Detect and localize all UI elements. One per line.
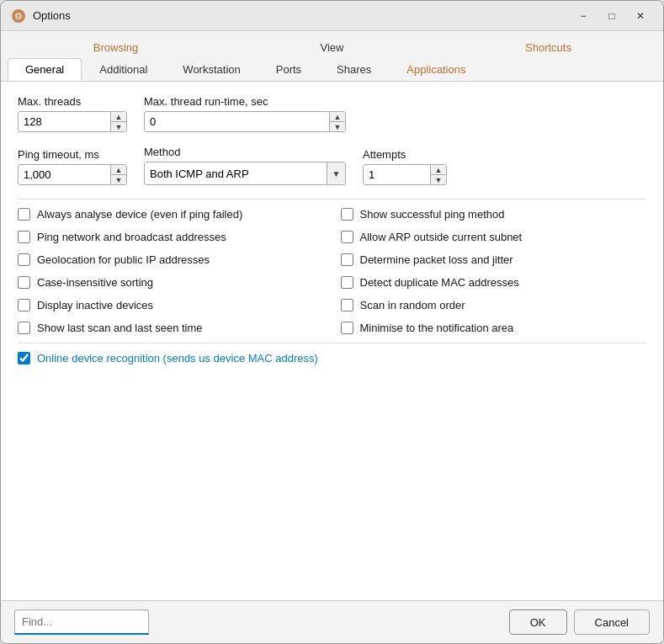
max-threads-input[interactable] bbox=[19, 112, 110, 131]
max-threads-down[interactable]: ▼ bbox=[111, 122, 126, 131]
ping-broadcast-label: Ping network and broadcast addresses bbox=[37, 231, 226, 243]
footer-buttons: OK Cancel bbox=[509, 609, 650, 635]
max-threads-up[interactable]: ▲ bbox=[111, 112, 126, 122]
checkbox-geolocation[interactable]: Geolocation for public IP addresses bbox=[18, 253, 324, 266]
attempts-input[interactable] bbox=[364, 165, 430, 184]
separator-2 bbox=[18, 343, 646, 343]
checkboxes-section: Always analyse device (even if ping fail… bbox=[18, 208, 646, 334]
checkbox-packet-loss[interactable]: Determine packet loss and jitter bbox=[341, 253, 647, 266]
close-button[interactable]: ✕ bbox=[628, 6, 653, 26]
find-input[interactable] bbox=[14, 609, 149, 635]
max-runtime-label: Max. thread run-time, sec bbox=[144, 95, 346, 108]
checkbox-minimise[interactable]: Minimise to the notification area bbox=[341, 322, 647, 334]
content-area: Max. threads ▲ ▼ Max. thread run-time, s… bbox=[1, 82, 663, 600]
allow-arp-label: Allow ARP outside current subnet bbox=[360, 231, 523, 243]
always-analyse-label: Always analyse device (even if ping fail… bbox=[37, 208, 242, 221]
online-recognition-label: Online device recognition (sends us devi… bbox=[37, 352, 318, 365]
minimise-label: Minimise to the notification area bbox=[360, 322, 514, 334]
separator-1 bbox=[18, 199, 646, 200]
max-runtime-spinbox: ▲ ▼ bbox=[144, 111, 346, 132]
window-icon: ⚙ bbox=[11, 8, 26, 24]
tab-general[interactable]: General bbox=[8, 58, 82, 81]
attempts-spinbox: ▲ ▼ bbox=[363, 164, 447, 185]
checkbox-col-left: Always analyse device (even if ping fail… bbox=[18, 208, 324, 334]
packet-loss-label: Determine packet loss and jitter bbox=[360, 253, 513, 266]
tab-applications[interactable]: Applications bbox=[389, 58, 483, 81]
tabs-container: Browsing View Shortcuts General Addition… bbox=[1, 31, 663, 82]
form-row-1: Max. threads ▲ ▼ Max. thread run-time, s… bbox=[18, 95, 646, 132]
geolocation-checkbox[interactable] bbox=[18, 253, 30, 266]
show-ping-method-label: Show successful ping method bbox=[360, 208, 505, 221]
case-insensitive-label: Case-insensitive sorting bbox=[37, 276, 153, 289]
ping-timeout-up[interactable]: ▲ bbox=[111, 165, 126, 175]
tab-additional[interactable]: Additional bbox=[82, 58, 165, 81]
max-threads-group: Max. threads ▲ ▼ bbox=[18, 95, 127, 132]
scan-random-label: Scan in random order bbox=[360, 299, 465, 311]
scan-random-checkbox[interactable] bbox=[341, 299, 353, 311]
checkbox-display-inactive[interactable]: Display inactive devices bbox=[18, 299, 324, 311]
max-threads-label: Max. threads bbox=[18, 95, 127, 108]
detect-mac-checkbox[interactable] bbox=[341, 276, 353, 289]
checkbox-detect-mac[interactable]: Detect duplicate MAC addresses bbox=[341, 276, 647, 289]
ping-timeout-spinbox: ▲ ▼ bbox=[18, 164, 127, 185]
tab-ports[interactable]: Ports bbox=[258, 58, 319, 81]
tab-shares[interactable]: Shares bbox=[319, 58, 389, 81]
cancel-button[interactable]: Cancel bbox=[574, 609, 650, 635]
form-row-2: Ping timeout, ms ▲ ▼ Method Both ICMP an… bbox=[18, 146, 646, 185]
title-bar-controls: − □ ✕ bbox=[571, 6, 653, 26]
ping-broadcast-checkbox[interactable] bbox=[18, 231, 30, 243]
attempts-group: Attempts ▲ ▼ bbox=[363, 148, 447, 185]
ping-timeout-group: Ping timeout, ms ▲ ▼ bbox=[18, 148, 127, 185]
show-ping-method-checkbox[interactable] bbox=[341, 208, 353, 221]
always-analyse-checkbox[interactable] bbox=[18, 208, 30, 221]
attempts-up[interactable]: ▲ bbox=[431, 165, 446, 175]
checkbox-case-insensitive[interactable]: Case-insensitive sorting bbox=[18, 276, 324, 289]
max-threads-spinbox: ▲ ▼ bbox=[18, 111, 127, 132]
checkbox-online-recognition[interactable]: Online device recognition (sends us devi… bbox=[18, 352, 646, 365]
checkbox-allow-arp[interactable]: Allow ARP outside current subnet bbox=[341, 231, 647, 243]
ping-timeout-label: Ping timeout, ms bbox=[18, 148, 127, 161]
show-last-scan-label: Show last scan and last seen time bbox=[37, 322, 203, 334]
method-dropdown-arrow: ▼ bbox=[327, 162, 345, 184]
method-select[interactable]: Both ICMP and ARP ICMP only ARP only bbox=[145, 168, 327, 180]
method-group: Method Both ICMP and ARP ICMP only ARP o… bbox=[144, 146, 346, 185]
attempts-buttons: ▲ ▼ bbox=[430, 165, 446, 184]
show-last-scan-checkbox[interactable] bbox=[18, 322, 30, 334]
ping-timeout-input[interactable] bbox=[19, 165, 110, 184]
checkbox-always-analyse[interactable]: Always analyse device (even if ping fail… bbox=[18, 208, 324, 221]
checkbox-scan-random[interactable]: Scan in random order bbox=[341, 299, 647, 311]
checkbox-show-ping-method[interactable]: Show successful ping method bbox=[341, 208, 647, 221]
method-combobox[interactable]: Both ICMP and ARP ICMP only ARP only ▼ bbox=[144, 162, 346, 185]
packet-loss-checkbox[interactable] bbox=[341, 253, 353, 266]
max-runtime-group: Max. thread run-time, sec ▲ ▼ bbox=[144, 95, 346, 132]
geolocation-label: Geolocation for public IP addresses bbox=[37, 253, 210, 266]
title-bar: ⚙ Options − □ ✕ bbox=[1, 1, 663, 31]
svg-text:⚙: ⚙ bbox=[14, 11, 23, 21]
display-inactive-label: Display inactive devices bbox=[37, 299, 153, 311]
online-recognition-checkbox[interactable] bbox=[18, 352, 30, 365]
ok-button[interactable]: OK bbox=[509, 609, 567, 635]
case-insensitive-checkbox[interactable] bbox=[18, 276, 30, 289]
tab-browsing[interactable]: Browsing bbox=[8, 36, 224, 58]
tab-row-top: Browsing View Shortcuts bbox=[1, 31, 663, 58]
window-title: Options bbox=[33, 9, 571, 22]
minimize-button[interactable]: − bbox=[571, 6, 596, 26]
checkbox-show-last-scan[interactable]: Show last scan and last seen time bbox=[18, 322, 324, 334]
tab-workstation[interactable]: Workstation bbox=[165, 58, 258, 81]
tab-shortcuts[interactable]: Shortcuts bbox=[440, 36, 656, 58]
max-runtime-down[interactable]: ▼ bbox=[330, 122, 345, 131]
ping-timeout-down[interactable]: ▼ bbox=[111, 175, 126, 184]
checkbox-ping-broadcast[interactable]: Ping network and broadcast addresses bbox=[18, 231, 324, 243]
display-inactive-checkbox[interactable] bbox=[18, 299, 30, 311]
allow-arp-checkbox[interactable] bbox=[341, 231, 353, 243]
attempts-down[interactable]: ▼ bbox=[431, 175, 446, 184]
max-runtime-input[interactable] bbox=[145, 112, 329, 131]
minimise-checkbox[interactable] bbox=[341, 322, 353, 334]
maximize-button[interactable]: □ bbox=[599, 6, 624, 26]
tab-view[interactable]: View bbox=[224, 36, 440, 58]
footer: OK Cancel bbox=[1, 600, 663, 643]
attempts-label: Attempts bbox=[363, 148, 447, 161]
max-runtime-up[interactable]: ▲ bbox=[330, 112, 345, 122]
options-window: ⚙ Options − □ ✕ Browsing View Shortcuts … bbox=[0, 0, 664, 644]
method-label: Method bbox=[144, 146, 346, 158]
